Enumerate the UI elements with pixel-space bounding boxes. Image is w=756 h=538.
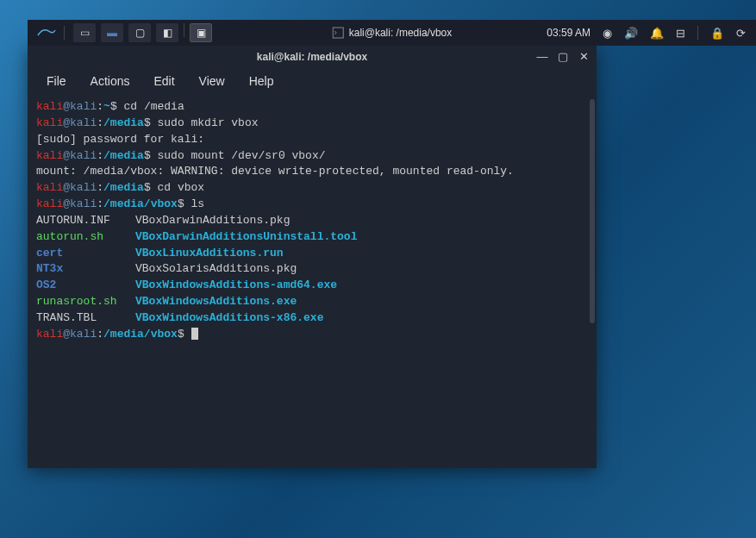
ls-file: runasroot.sh (36, 294, 135, 310)
command-text: sudo mount /dev/sr0 vbox/ (151, 149, 326, 162)
prompt-at: @ (63, 100, 70, 113)
prompt-dollar: $ (144, 149, 151, 162)
prompt-user: kali (36, 328, 63, 341)
ls-file: VBoxDarwinAdditionsUninstall.tool (135, 229, 357, 246)
terminal-title-icon (332, 27, 344, 39)
prompt-at: @ (63, 181, 70, 194)
menu-view[interactable]: View (187, 71, 237, 91)
prompt-user: kali (36, 100, 63, 113)
ls-file: NT3x (36, 261, 135, 278)
scrollbar[interactable] (590, 99, 595, 323)
prompt-host: kali (70, 100, 97, 113)
menu-help[interactable]: Help (237, 71, 286, 91)
window-title-text: kali@kali: /media/vbox (349, 27, 453, 39)
taskbar-item-3[interactable]: ▢ (128, 23, 151, 42)
prompt-user: kali (36, 116, 63, 129)
prompt-path: /media (103, 116, 144, 129)
prompt-user: kali (36, 149, 63, 162)
prompt-path: /media/vbox (103, 328, 178, 341)
prompt-dollar: $ (144, 181, 151, 194)
power-icon[interactable]: ⟳ (736, 27, 746, 40)
ls-row: NT3xVBoxSolarisAdditions.pkg (36, 261, 588, 278)
prompt-dollar: $ (178, 328, 184, 341)
ls-file: VBoxDarwinAdditions.pkg (135, 213, 290, 229)
notifications-icon[interactable]: 🔔 (650, 27, 664, 40)
terminal-menubar: File Actions Edit View Help (28, 68, 597, 94)
ls-row: TRANS.TBLVBoxWindowsAdditions-x86.exe (36, 310, 588, 327)
ls-row: runasroot.shVBoxWindowsAdditions.exe (36, 294, 588, 310)
ls-row: AUTORUN.INFVBoxDarwinAdditions.pkg (36, 213, 588, 229)
camera-icon[interactable]: ◉ (603, 27, 612, 40)
taskbar-item-2[interactable]: ▬ (101, 23, 123, 42)
files-icon: ▬ (107, 27, 117, 39)
separator (184, 23, 184, 37)
maximize-button[interactable]: ▢ (557, 50, 569, 62)
ls-file: VBoxWindowsAdditions.exe (135, 294, 297, 310)
prompt-host: kali (70, 116, 97, 129)
ls-file: VBoxSolarisAdditions.pkg (135, 261, 297, 278)
ls-file: autorun.sh (36, 229, 135, 246)
ls-file: AUTORUN.INF (36, 213, 135, 229)
terminal-line: kali@kali:/media$ sudo mkdir vbox (36, 116, 588, 132)
taskbar-item-4[interactable]: ◧ (156, 23, 178, 42)
taskbar: ▭ ▬ ▢ ◧ ▣ (73, 23, 212, 42)
prompt-dollar: $ (110, 100, 117, 113)
terminal-body[interactable]: kali@kali:~$ cd /media kali@kali:/media$… (28, 94, 597, 468)
kali-logo-icon[interactable] (34, 23, 59, 42)
terminal-line: kali@kali:~$ cd /media (36, 99, 588, 116)
minimize-button[interactable]: — (536, 50, 548, 62)
terminal-line: kali@kali:/media$ cd vbox (36, 180, 588, 197)
terminal-titlebar[interactable]: kali@kali: /media/vbox — ▢ ✕ (28, 46, 597, 68)
ls-file: cert (36, 246, 135, 262)
terminal-small-icon: ▢ (135, 27, 145, 39)
prompt-dollar: $ (144, 116, 151, 129)
prompt-at: @ (63, 197, 70, 210)
desktop-topbar: ▭ ▬ ▢ ◧ ▣ kali@kali: /media/vbox 03:59 A… (28, 20, 756, 46)
prompt-at: @ (63, 116, 70, 129)
topbar-right: 03:59 AM ◉ 🔊 🔔 ⊟ 🔒 ⟳ (547, 26, 756, 40)
terminal-line: kali@kali:/media$ sudo mount /dev/sr0 vb… (36, 148, 588, 165)
command-text: cd /media (117, 100, 184, 113)
prompt-at: @ (63, 328, 70, 341)
menu-file[interactable]: File (34, 71, 78, 91)
volume-icon[interactable]: 🔊 (624, 27, 638, 40)
ls-file: VBoxWindowsAdditions-amd64.exe (135, 278, 337, 294)
prompt-path: /media (103, 149, 144, 162)
lock-icon[interactable]: 🔒 (710, 27, 724, 40)
close-button[interactable]: ✕ (578, 50, 590, 62)
menu-edit[interactable]: Edit (141, 71, 186, 91)
ls-row: autorun.shVBoxDarwinAdditionsUninstall.t… (36, 229, 588, 246)
terminal-title: kali@kali: /media/vbox (257, 51, 367, 63)
terminal-icon: ▣ (197, 27, 206, 39)
prompt-dollar: $ (178, 197, 184, 210)
command-text: sudo mkdir vbox (151, 116, 259, 129)
topbar-window-title: kali@kali: /media/vbox (332, 27, 453, 39)
prompt-path: ~ (103, 100, 110, 113)
ls-file: OS2 (36, 278, 135, 294)
window-icon: ▭ (80, 27, 90, 39)
prompt-host: kali (70, 197, 97, 210)
prompt-path: /media (103, 181, 144, 194)
terminal-output: mount: /media/vbox: WARNING: device writ… (36, 164, 588, 180)
menu-actions[interactable]: Actions (78, 71, 142, 91)
clock[interactable]: 03:59 AM (547, 27, 590, 39)
ls-row: certVBoxLinuxAdditions.run (36, 246, 588, 262)
taskbar-item-1[interactable]: ▭ (73, 23, 96, 42)
ls-file: TRANS.TBL (36, 310, 135, 327)
prompt-at: @ (63, 149, 70, 162)
taskbar-item-terminal-active[interactable]: ▣ (190, 23, 212, 42)
network-icon[interactable]: ⊟ (676, 27, 685, 40)
prompt-user: kali (36, 197, 63, 210)
ls-file: VBoxLinuxAdditions.run (135, 246, 284, 262)
window-controls: — ▢ ✕ (536, 50, 590, 62)
command-text: cd vbox (151, 181, 204, 194)
terminal-window: kali@kali: /media/vbox — ▢ ✕ File Action… (28, 46, 597, 468)
terminal-line: kali@kali:/media/vbox$ ls (36, 197, 588, 213)
topbar-left: ▭ ▬ ▢ ◧ ▣ (28, 23, 212, 42)
app-icon: ◧ (163, 27, 172, 39)
terminal-prompt-current: kali@kali:/media/vbox$ (36, 327, 588, 343)
terminal-output: [sudo] password for kali: (36, 132, 588, 148)
prompt-path: /media/vbox (103, 197, 178, 210)
prompt-host: kali (70, 149, 97, 162)
command-text: ls (184, 197, 204, 210)
